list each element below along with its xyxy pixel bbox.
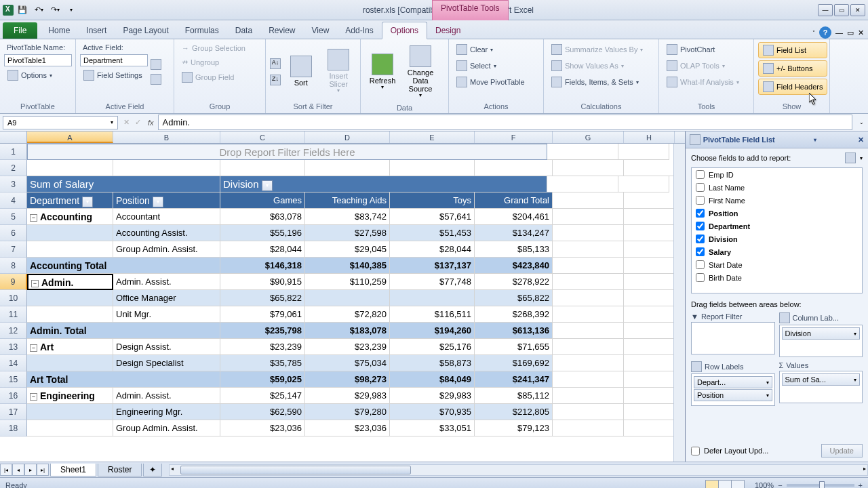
cell[interactable]: $58,873 <box>390 355 475 371</box>
field-item[interactable]: Salary <box>692 245 862 258</box>
department-filter-icon[interactable]: ▾ <box>82 197 93 207</box>
sort-desc-icon[interactable]: Z↓ <box>270 75 281 85</box>
field-checkbox[interactable] <box>696 183 705 192</box>
qat-more[interactable]: ▾ <box>64 3 79 18</box>
row-labels-area[interactable]: Depart...▾Position▾ <box>691 373 775 406</box>
field-item[interactable]: Department <box>692 220 862 232</box>
cell[interactable]: $23,036 <box>305 420 390 436</box>
active-field-input[interactable] <box>80 54 148 66</box>
tab-page-layout[interactable]: Page Layout <box>115 22 176 39</box>
sheet-nav-last[interactable]: ▸| <box>37 464 49 476</box>
minimize-button[interactable]: — <box>818 4 833 16</box>
cell[interactable]: Office Manager <box>113 290 220 306</box>
row-header[interactable]: 2 <box>0 160 27 176</box>
cell[interactable] <box>27 160 113 176</box>
cell[interactable]: $25,147 <box>220 388 305 404</box>
sort-button[interactable]: Sort <box>283 42 319 101</box>
column-chip-division[interactable]: Division▾ <box>782 327 861 340</box>
cell[interactable] <box>553 371 624 388</box>
row-header[interactable]: 14 <box>0 355 27 371</box>
field-item[interactable]: Last Name <box>692 181 862 194</box>
cell[interactable]: $29,983 <box>305 388 390 404</box>
cell[interactable]: Admin. Total <box>27 323 220 339</box>
cell[interactable] <box>624 388 675 404</box>
pivotchart-button[interactable]: PivotChart <box>663 42 743 57</box>
col-header-C[interactable]: C <box>220 131 305 143</box>
qat-undo[interactable]: ↶▾ <box>31 3 46 18</box>
cell[interactable] <box>624 209 675 225</box>
cell[interactable] <box>553 323 624 339</box>
field-list-box[interactable]: Emp IDLast NameFirst NamePositionDepartm… <box>691 167 863 293</box>
row-header[interactable]: 10 <box>0 290 27 306</box>
row-header[interactable]: 13 <box>0 339 27 355</box>
cell[interactable] <box>624 420 675 436</box>
cell[interactable]: $57,641 <box>390 209 475 225</box>
position-filter-icon[interactable]: ▾ <box>153 197 163 207</box>
doc-close[interactable]: ✕ <box>858 28 864 37</box>
cell[interactable]: Admin. Assist. <box>113 388 220 404</box>
view-normal-button[interactable] <box>705 480 719 489</box>
cell[interactable]: $29,045 <box>305 241 390 258</box>
row-header[interactable]: 18 <box>0 420 27 436</box>
field-item[interactable]: Birth Date <box>692 271 862 284</box>
cell[interactable]: $28,044 <box>220 241 305 258</box>
values-chip-sum-salary[interactable]: Sum of Sa...▾ <box>782 373 861 386</box>
clear-button[interactable]: Clear▾ <box>453 42 528 57</box>
cell[interactable]: $212,805 <box>475 404 553 420</box>
cell[interactable] <box>553 209 624 225</box>
sheet-nav-next[interactable]: ▸ <box>24 464 37 476</box>
cell[interactable] <box>624 355 675 371</box>
row-header[interactable]: 16 <box>0 388 27 404</box>
cell[interactable]: $33,051 <box>390 420 475 436</box>
cell[interactable]: Accounting Total <box>27 258 220 274</box>
cell[interactable]: −Accounting <box>27 209 113 225</box>
plus-minus-buttons-toggle[interactable]: +/- Buttons <box>758 60 827 77</box>
col-header-F[interactable]: F <box>475 131 553 143</box>
cell[interactable]: $85,133 <box>475 241 553 258</box>
column-labels-area[interactable]: Division▾ <box>779 325 863 357</box>
row-chip-department[interactable]: Depart...▾ <box>694 376 772 388</box>
tab-review[interactable]: Review <box>260 22 303 39</box>
defer-layout-checkbox[interactable] <box>691 447 700 455</box>
cell[interactable]: Design Specialist <box>113 355 220 371</box>
qat-redo[interactable]: ↷▾ <box>47 3 62 18</box>
help-button[interactable]: ? <box>819 26 831 39</box>
zoom-in-button[interactable]: + <box>859 481 863 489</box>
sheet-nav-first[interactable]: |◂ <box>0 464 12 476</box>
cell[interactable]: Accountant <box>113 209 220 225</box>
cell[interactable]: $23,036 <box>220 420 305 436</box>
horizontal-scrollbar[interactable]: ◂▸ <box>169 464 868 476</box>
cell[interactable]: $235,798 <box>220 323 305 339</box>
vertical-scrollbar[interactable] <box>673 144 685 462</box>
tab-home[interactable]: Home <box>40 22 78 39</box>
cell[interactable] <box>475 160 553 176</box>
field-list-dropdown-icon[interactable]: ▾ <box>814 137 816 143</box>
cell[interactable]: $183,078 <box>305 323 390 339</box>
cell[interactable]: $79,280 <box>305 404 390 420</box>
cell[interactable] <box>618 144 669 160</box>
cell[interactable]: $25,176 <box>390 339 475 355</box>
doc-restore[interactable]: ▭ <box>847 28 854 37</box>
cell[interactable]: $35,785 <box>220 355 305 371</box>
cell[interactable]: $65,822 <box>475 290 553 306</box>
cell[interactable]: $77,748 <box>390 274 475 290</box>
file-tab[interactable]: File <box>3 22 37 39</box>
update-button[interactable]: Update <box>821 444 863 458</box>
cell[interactable] <box>624 258 675 274</box>
cell[interactable]: $28,044 <box>390 241 475 258</box>
tab-formulas[interactable]: Formulas <box>177 22 227 39</box>
cell[interactable]: Toys <box>390 192 475 209</box>
refresh-button[interactable]: Refresh▾ <box>365 42 400 102</box>
cell[interactable]: $204,461 <box>475 209 553 225</box>
row-header[interactable]: 5 <box>0 209 27 225</box>
cell[interactable] <box>553 355 624 371</box>
cell[interactable]: −Engineering <box>27 388 113 404</box>
cell[interactable]: $29,983 <box>390 388 475 404</box>
cell[interactable] <box>624 274 675 290</box>
col-header-A[interactable]: A <box>27 131 113 143</box>
cell[interactable]: $23,239 <box>305 339 390 355</box>
sheet-tab-roster[interactable]: Roster <box>98 464 142 476</box>
cell[interactable]: $85,112 <box>475 388 553 404</box>
cell[interactable] <box>624 306 675 323</box>
row-header[interactable]: 6 <box>0 225 27 241</box>
